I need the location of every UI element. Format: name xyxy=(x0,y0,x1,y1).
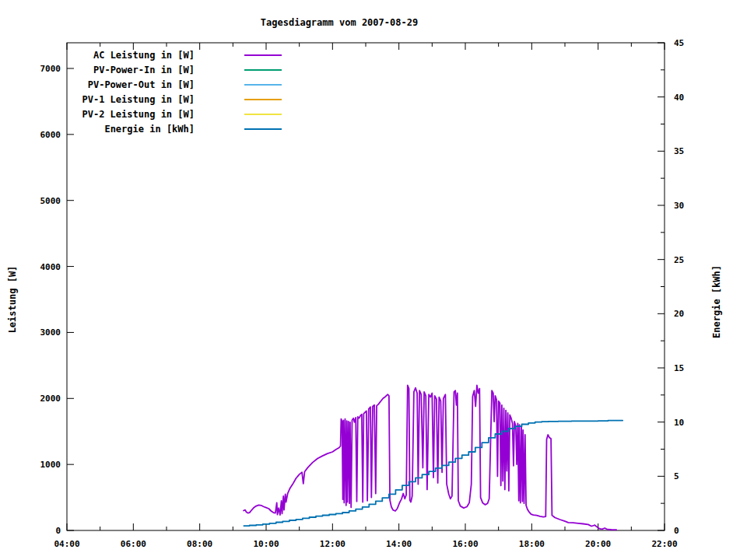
svg-text:40: 40 xyxy=(674,93,684,103)
svg-text:16:00: 16:00 xyxy=(452,539,478,549)
svg-text:06:00: 06:00 xyxy=(121,539,146,549)
svg-text:15: 15 xyxy=(674,363,684,373)
legend-item: AC Leistung in [W] xyxy=(70,50,296,61)
legend-item-label: AC Leistung in [W] xyxy=(70,50,195,61)
y-axis-label-right: Energie [kWh] xyxy=(711,265,722,338)
svg-text:10: 10 xyxy=(674,418,684,428)
svg-text:5: 5 xyxy=(674,471,679,481)
legend-color-sample xyxy=(244,84,282,86)
series-ac-leistung-in-w- xyxy=(244,385,616,530)
legend-color-sample xyxy=(244,114,282,115)
svg-text:4000: 4000 xyxy=(40,262,61,272)
legend-color-sample xyxy=(244,128,282,130)
svg-text:18:00: 18:00 xyxy=(519,539,545,549)
chart-canvas: Tagesdiagramm vom 2007-08-29 Leistung [W… xyxy=(0,0,747,560)
legend-item: PV-2 Leistung in [W] xyxy=(70,109,296,120)
svg-text:20: 20 xyxy=(674,309,684,319)
svg-text:14:00: 14:00 xyxy=(386,539,412,549)
legend-color-sample xyxy=(244,69,282,71)
legend-item-label: PV-Power-Out in [W] xyxy=(70,79,195,90)
svg-text:35: 35 xyxy=(674,146,684,156)
svg-text:20:00: 20:00 xyxy=(585,539,611,549)
legend-color-sample xyxy=(244,99,282,100)
legend-item-label: Energie in [kWh] xyxy=(70,124,195,135)
svg-text:08:00: 08:00 xyxy=(187,539,212,549)
svg-text:7000: 7000 xyxy=(40,64,61,74)
y-axis-ticks-right: 051015202530354045 xyxy=(658,38,684,536)
svg-text:25: 25 xyxy=(674,255,684,265)
svg-text:2000: 2000 xyxy=(40,394,61,404)
chart-title: Tagesdiagramm vom 2007-08-29 xyxy=(67,17,612,28)
svg-text:30: 30 xyxy=(674,201,684,211)
svg-text:0: 0 xyxy=(674,526,679,536)
svg-text:6000: 6000 xyxy=(40,130,61,140)
y-axis-ticks-left: 01000200030004000500060007000 xyxy=(40,64,75,536)
legend-color-sample xyxy=(244,54,282,56)
svg-text:04:00: 04:00 xyxy=(54,539,79,549)
svg-text:5000: 5000 xyxy=(40,196,61,206)
svg-text:10:00: 10:00 xyxy=(253,539,279,549)
legend-item-label: PV-1 Leistung in [W] xyxy=(70,94,195,105)
legend-item: PV-1 Leistung in [W] xyxy=(70,94,296,105)
svg-text:12:00: 12:00 xyxy=(320,539,345,549)
series-paths xyxy=(244,385,622,530)
svg-text:3000: 3000 xyxy=(40,327,61,338)
svg-text:45: 45 xyxy=(674,38,684,48)
svg-text:0: 0 xyxy=(55,526,61,536)
svg-text:1000: 1000 xyxy=(40,460,61,470)
y-axis-label-left: Leistung [W] xyxy=(7,266,18,334)
legend-item: PV-Power-In in [W] xyxy=(70,65,296,75)
legend-item: PV-Power-Out in [W] xyxy=(70,79,296,90)
svg-text:22:00: 22:00 xyxy=(651,539,677,549)
legend-item: Energie in [kWh] xyxy=(70,124,296,135)
legend-item-label: PV-Power-In in [W] xyxy=(70,65,195,75)
legend-item-label: PV-2 Leistung in [W] xyxy=(70,109,195,120)
